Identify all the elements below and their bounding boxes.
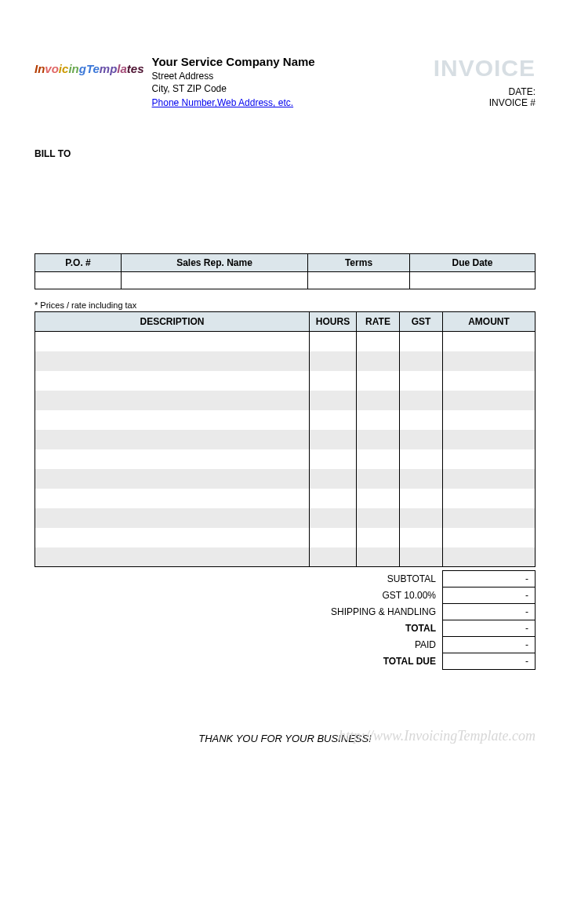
total-value: - [443, 620, 536, 637]
header-hours: HOURS [310, 312, 357, 332]
po-cell[interactable] [35, 272, 122, 289]
sales-rep-cell[interactable] [122, 272, 308, 289]
items-header-row: DESCRIPTION HOURS RATE GST AMOUNT [35, 312, 536, 332]
invoice-number-label: INVOICE # [434, 97, 536, 108]
header-po: P.O. # [35, 254, 122, 272]
due-row: TOTAL DUE - [329, 653, 536, 670]
header-right: INVOICE DATE: INVOICE # [434, 55, 536, 108]
watermark: http://www.InvoicingTemplate.com [339, 728, 536, 744]
total-label: TOTAL [329, 620, 443, 637]
paid-label: PAID [329, 637, 443, 653]
meta-header-row: P.O. # Sales Rep. Name Terms Due Date [35, 254, 536, 272]
subtotal-row: SUBTOTAL - [329, 571, 536, 588]
paid-row: PAID - [329, 637, 536, 653]
header-sales-rep: Sales Rep. Name [122, 254, 308, 272]
header-row: InvoicingTemplates Your Service Company … [34, 55, 536, 109]
due-value: - [443, 653, 536, 670]
company-street: Street Address [152, 70, 315, 82]
company-block: Your Service Company Name Street Address… [152, 55, 315, 109]
header-rate: RATE [357, 312, 400, 332]
tax-note: * Prices / rate including tax [34, 300, 536, 310]
header-left: InvoicingTemplates Your Service Company … [34, 55, 315, 109]
document-title: INVOICE [434, 55, 536, 82]
subtotal-label: SUBTOTAL [329, 571, 443, 588]
item-row[interactable] [35, 528, 536, 547]
item-row[interactable] [35, 547, 536, 567]
item-row[interactable] [35, 469, 536, 489]
item-row[interactable] [35, 351, 536, 371]
item-row[interactable] [35, 371, 536, 391]
company-contact-link[interactable]: Phone Number,Web Address, etc. [152, 97, 294, 108]
paid-value: - [443, 637, 536, 653]
logo: InvoicingTemplates [34, 63, 144, 75]
meta-labels: DATE: INVOICE # [434, 86, 536, 108]
line-items-table: DESCRIPTION HOURS RATE GST AMOUNT [34, 311, 536, 567]
totals-block: SUBTOTAL - GST 10.00% - SHIPPING & HANDL… [34, 570, 536, 670]
item-row[interactable] [35, 449, 536, 469]
item-row[interactable] [35, 489, 536, 508]
due-label: TOTAL DUE [329, 653, 443, 670]
company-city: City, ST ZIP Code [152, 82, 315, 95]
bill-to-label: BILL TO [34, 148, 536, 159]
total-row: TOTAL - [329, 620, 536, 637]
company-name: Your Service Company Name [152, 55, 315, 68]
item-row[interactable] [35, 430, 536, 449]
shipping-label: SHIPPING & HANDLING [329, 604, 443, 620]
order-meta-table: P.O. # Sales Rep. Name Terms Due Date [34, 253, 536, 289]
gst-row: GST 10.00% - [329, 588, 536, 604]
date-label: DATE: [434, 86, 536, 97]
header-gst: GST [400, 312, 443, 332]
header-amount: AMOUNT [443, 312, 536, 332]
shipping-value: - [443, 604, 536, 620]
gst-label: GST 10.00% [329, 588, 443, 604]
meta-value-row [35, 272, 536, 289]
item-row[interactable] [35, 508, 536, 528]
header-terms: Terms [308, 254, 410, 272]
header-description: DESCRIPTION [35, 312, 310, 332]
header-due-date: Due Date [410, 254, 536, 272]
invoice-page: InvoicingTemplates Your Service Company … [0, 0, 570, 776]
due-date-cell[interactable] [410, 272, 536, 289]
item-row[interactable] [35, 410, 536, 430]
totals-table: SUBTOTAL - GST 10.00% - SHIPPING & HANDL… [329, 570, 536, 670]
item-row[interactable] [35, 332, 536, 351]
gst-value: - [443, 588, 536, 604]
subtotal-value: - [443, 571, 536, 588]
terms-cell[interactable] [308, 272, 410, 289]
shipping-row: SHIPPING & HANDLING - [329, 604, 536, 620]
item-row[interactable] [35, 391, 536, 410]
